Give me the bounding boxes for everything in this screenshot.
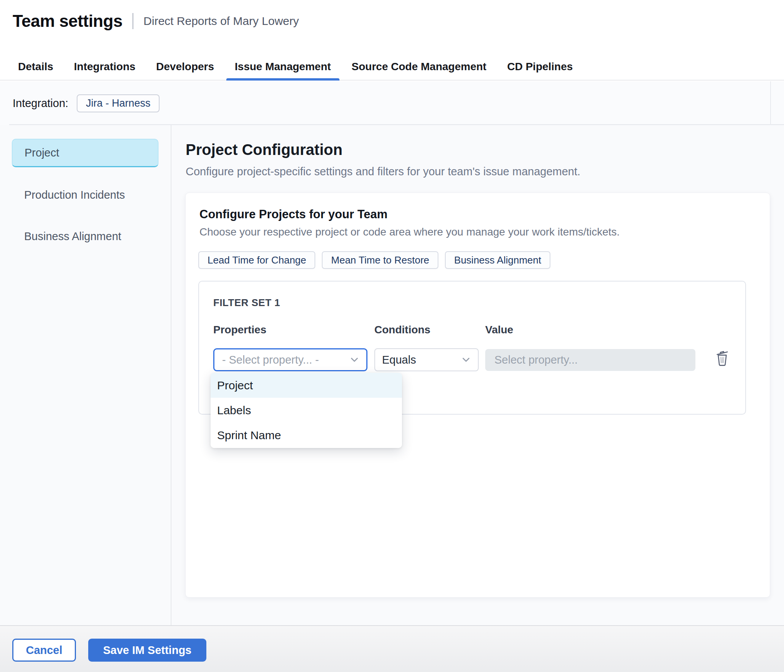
title-divider [132, 13, 133, 29]
tab-bar: Details Integrations Developers Issue Ma… [0, 54, 784, 81]
title-row: Team settings Direct Reports of Mary Low… [13, 12, 299, 31]
business-alignment-button[interactable]: Business Alignment [445, 251, 550, 269]
lead-time-for-change-button[interactable]: Lead Time for Change [198, 251, 315, 269]
footer-bar: Cancel Save IM Settings [0, 625, 784, 672]
dropdown-option-labels[interactable]: Labels [211, 398, 402, 423]
dropdown-option-sprint-name[interactable]: Sprint Name [211, 423, 402, 448]
integration-bar: Integration: Jira - Harness [0, 81, 784, 125]
trash-icon [715, 349, 730, 367]
tab-developers[interactable]: Developers [146, 54, 224, 80]
content-area: Project Production Incidents Business Al… [0, 125, 784, 625]
page: Team settings Direct Reports of Mary Low… [0, 0, 784, 672]
delete-filter-button[interactable] [712, 348, 733, 369]
mean-time-to-restore-button[interactable]: Mean Time to Restore [322, 251, 438, 269]
integration-chip[interactable]: Jira - Harness [77, 94, 160, 112]
dropdown-option-project[interactable]: Project [211, 373, 402, 398]
tab-source-code-management[interactable]: Source Code Management [341, 54, 497, 80]
card-title: Configure Projects for your Team [199, 208, 387, 221]
metric-button-row: Lead Time for Change Mean Time to Restor… [198, 251, 550, 269]
sidebar: Project Production Incidents Business Al… [0, 125, 171, 625]
tab-issue-management[interactable]: Issue Management [224, 54, 341, 80]
save-im-settings-button[interactable]: Save IM Settings [88, 639, 206, 662]
sidebar-item-production-incidents[interactable]: Production Incidents [12, 181, 158, 209]
chevron-down-icon [349, 354, 360, 366]
tab-details[interactable]: Details [8, 54, 64, 80]
cancel-button[interactable]: Cancel [12, 639, 76, 662]
chevron-down-icon [460, 354, 472, 366]
header: Team settings Direct Reports of Mary Low… [0, 0, 784, 54]
filter-set-title: FILTER SET 1 [213, 297, 280, 309]
column-header-properties: Properties [213, 324, 267, 336]
sidebar-item-project[interactable]: Project [12, 139, 158, 167]
integration-label: Integration: [13, 97, 68, 110]
card-subtitle: Choose your respective project or code a… [199, 226, 620, 238]
column-header-value: Value [485, 324, 513, 336]
section-title: Project Configuration [186, 141, 343, 158]
tab-integrations[interactable]: Integrations [64, 54, 146, 80]
tab-cd-pipelines[interactable]: CD Pipelines [497, 54, 583, 80]
property-select-value: - Select property... - [222, 354, 319, 366]
condition-select[interactable]: Equals [374, 348, 479, 371]
condition-select-value: Equals [382, 354, 416, 366]
property-select[interactable]: - Select property... - [213, 348, 367, 371]
section-description: Configure project-specific settings and … [186, 165, 580, 178]
page-title: Team settings [13, 12, 122, 31]
property-dropdown: Project Labels Sprint Name [211, 373, 402, 448]
main-panel: Project Configuration Configure project-… [172, 125, 784, 625]
value-input[interactable] [485, 349, 695, 371]
column-header-conditions: Conditions [374, 324, 430, 336]
sidebar-item-business-alignment[interactable]: Business Alignment [12, 222, 158, 250]
page-subtitle: Direct Reports of Mary Lowery [143, 15, 299, 28]
